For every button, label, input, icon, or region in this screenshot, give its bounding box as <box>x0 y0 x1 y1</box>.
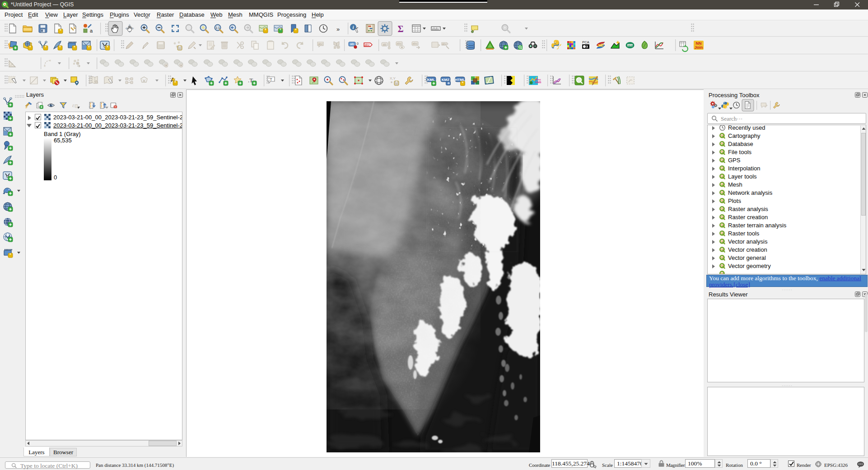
svg-text:*: * <box>280 28 281 33</box>
svg-text:Join: Join <box>695 45 703 50</box>
svg-text:*: * <box>107 45 108 50</box>
svg-text:SAGA: SAGA <box>627 44 632 47</box>
svg-text:abc: abc <box>364 43 370 47</box>
svg-text:*: * <box>174 80 176 85</box>
svg-text:*: * <box>295 28 297 33</box>
svg-text:abc: abc <box>318 42 323 46</box>
svg-text:PCA: PCA <box>582 40 589 44</box>
svg-text:SIMS: SIMS <box>535 81 541 84</box>
svg-text:X,Y: X,Y <box>390 76 396 80</box>
svg-text:abc: abc <box>442 42 447 46</box>
svg-text:*: * <box>29 45 31 50</box>
svg-text:a: a <box>90 28 93 33</box>
svg-text:abc: abc <box>397 42 402 45</box>
svg-text:*: * <box>265 28 266 33</box>
svg-text:*: * <box>179 45 181 50</box>
svg-text:Σ: Σ <box>397 24 403 34</box>
svg-text:ab: ab <box>383 43 387 46</box>
svg-text:*: * <box>9 253 11 258</box>
svg-text:*: * <box>74 45 75 50</box>
svg-text:T: T <box>270 77 272 82</box>
svg-text:*: * <box>396 80 397 85</box>
svg-text:*: * <box>88 45 90 50</box>
svg-text:*: * <box>60 28 61 33</box>
svg-text:ab: ab <box>350 42 354 46</box>
svg-text:*: * <box>462 81 464 86</box>
svg-text:0: 0 <box>357 42 359 45</box>
svg-text:*: * <box>45 45 47 50</box>
svg-text:»: » <box>336 26 340 33</box>
svg-text:*: * <box>59 45 61 50</box>
svg-text:abc: abc <box>412 42 418 45</box>
svg-text:1:1: 1:1 <box>215 26 220 29</box>
svg-text:ε: ε <box>72 102 75 108</box>
